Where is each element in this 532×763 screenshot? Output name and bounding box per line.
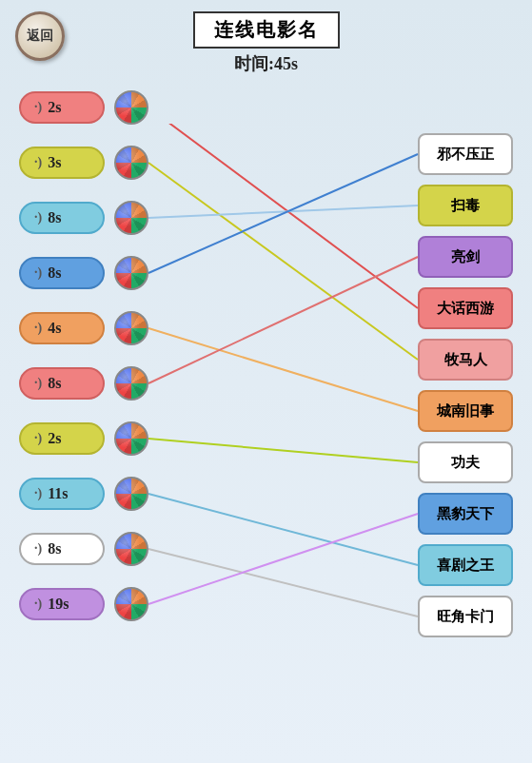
left-time-1: 3s [48, 154, 61, 171]
header: 返回 连线电影名 时间:45s [0, 0, 532, 75]
ball-icon [114, 90, 148, 125]
ball-icon [114, 201, 148, 235]
left-pill-3[interactable]: ·)8s [19, 257, 105, 289]
ball-icon [114, 366, 148, 401]
timer-display: 时间:45s [234, 52, 298, 75]
ball-icon [114, 146, 148, 180]
ball-icon [114, 477, 148, 511]
left-row-2[interactable]: ·)8s [19, 195, 513, 241]
left-time-8: 8s [48, 540, 61, 558]
ball-icon [114, 587, 148, 621]
sound-icon: ·) [34, 265, 42, 281]
left-row-9[interactable]: ·)19s [19, 581, 513, 627]
sound-icon: ·) [34, 321, 42, 336]
left-pill-8[interactable]: ·)8s [19, 533, 105, 565]
left-pill-9[interactable]: ·)19s [19, 588, 105, 620]
left-time-3: 8s [48, 264, 61, 282]
sound-icon: ·) [34, 486, 42, 501]
left-time-7: 11s [48, 485, 68, 502]
left-row-6[interactable]: ·)2s [19, 416, 513, 461]
left-pill-0[interactable]: ·)2s [19, 91, 105, 124]
sound-icon: ·) [34, 541, 42, 557]
ball-icon [114, 421, 148, 456]
ball-icon [114, 532, 148, 566]
left-pill-7[interactable]: ·)11s [19, 478, 105, 510]
left-time-5: 8s [48, 375, 61, 392]
back-label: 返回 [27, 28, 53, 45]
sound-icon: ·) [34, 597, 42, 612]
left-time-4: 4s [48, 320, 61, 337]
left-row-8[interactable]: ·)8s [19, 526, 513, 572]
left-row-0[interactable]: ·)2s [19, 85, 513, 130]
left-row-1[interactable]: ·)3s [19, 140, 513, 186]
sound-icon: ·) [34, 376, 42, 391]
left-pill-2[interactable]: ·)8s [19, 202, 105, 234]
left-pill-5[interactable]: ·)8s [19, 367, 105, 400]
ball-icon [114, 256, 148, 290]
ball-icon [114, 311, 148, 345]
sound-icon: ·) [34, 100, 42, 115]
left-row-5[interactable]: ·)8s [19, 361, 513, 406]
left-row-4[interactable]: ·)4s [19, 305, 513, 351]
left-row-3[interactable]: ·)8s [19, 250, 513, 296]
left-pill-1[interactable]: ·)3s [19, 147, 105, 179]
sound-icon: ·) [34, 155, 42, 170]
left-time-0: 2s [48, 99, 61, 116]
left-time-9: 19s [48, 596, 69, 613]
sound-icon: ·) [34, 431, 42, 446]
left-pill-4[interactable]: ·)4s [19, 312, 105, 344]
page-title: 连线电影名 [193, 11, 340, 49]
left-row-7[interactable]: ·)11s [19, 471, 513, 517]
main-content: ·)2s·)3s·)8s·)8s·)4s·)8s·)2s·)11s·)8s·)1… [0, 75, 532, 627]
left-time-6: 2s [48, 430, 61, 447]
left-time-2: 8s [48, 209, 61, 226]
back-button[interactable]: 返回 [11, 8, 69, 65]
sound-icon: ·) [34, 210, 42, 225]
left-pill-6[interactable]: ·)2s [19, 422, 105, 455]
